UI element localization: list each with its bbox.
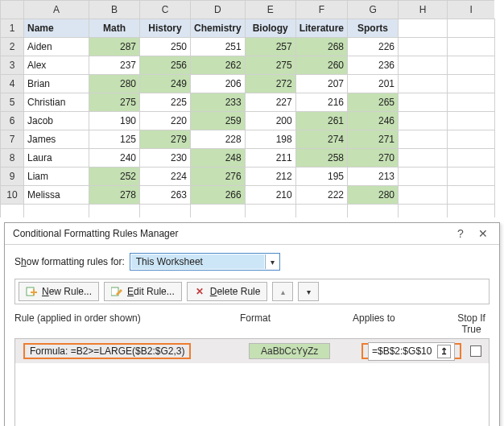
range-picker-button[interactable] <box>437 345 451 358</box>
select-all-corner[interactable] <box>1 1 24 19</box>
col-header[interactable]: B <box>89 1 140 19</box>
help-button[interactable]: ? <box>449 226 472 241</box>
cell[interactable]: 226 <box>348 38 399 56</box>
cell[interactable]: 230 <box>140 149 191 168</box>
cell[interactable]: 259 <box>191 112 246 130</box>
cell[interactable]: History <box>140 19 191 38</box>
cell[interactable]: 233 <box>191 93 246 112</box>
cell[interactable]: 248 <box>191 149 246 168</box>
cell[interactable] <box>448 75 495 93</box>
cell[interactable]: Jacob <box>24 112 89 130</box>
row-header[interactable]: 7 <box>1 130 24 149</box>
cell[interactable]: 279 <box>140 130 191 149</box>
applies-to-input[interactable]: =$B$2:$G$10 <box>368 342 455 361</box>
cell[interactable]: 265 <box>348 93 399 112</box>
close-icon[interactable]: ✕ <box>472 226 494 241</box>
cell[interactable]: 268 <box>295 38 347 56</box>
cell[interactable]: 260 <box>295 56 347 75</box>
cell[interactable]: 280 <box>348 186 399 205</box>
cell[interactable]: 262 <box>191 56 246 75</box>
cell[interactable]: 287 <box>89 38 140 56</box>
cell[interactable]: 228 <box>191 130 246 149</box>
stop-if-true-checkbox[interactable] <box>470 345 481 357</box>
cell[interactable] <box>448 112 495 130</box>
cell[interactable]: 276 <box>191 168 246 186</box>
cell[interactable]: 275 <box>245 56 295 75</box>
move-up-button[interactable] <box>272 282 293 301</box>
cell[interactable]: 195 <box>295 168 347 186</box>
cell[interactable]: 266 <box>191 186 246 205</box>
cell[interactable]: 237 <box>89 56 140 75</box>
cell[interactable]: 246 <box>348 112 399 130</box>
cell[interactable] <box>399 38 448 56</box>
cell[interactable]: Melissa <box>24 186 89 205</box>
col-header[interactable]: H <box>399 1 448 19</box>
cell[interactable]: 212 <box>245 168 295 186</box>
new-rule-button[interactable]: New Rule... <box>19 282 99 301</box>
cell[interactable]: Literature <box>295 19 347 38</box>
col-header[interactable]: E <box>245 1 295 19</box>
row-header[interactable]: 6 <box>1 112 24 130</box>
cell[interactable]: 216 <box>295 93 347 112</box>
row-header[interactable]: 9 <box>1 168 24 186</box>
spreadsheet[interactable]: A B C D E F G H I 1 Name Math History Ch… <box>0 0 495 217</box>
cell[interactable]: 225 <box>140 93 191 112</box>
cell[interactable] <box>399 130 448 149</box>
cell[interactable]: Name <box>24 19 89 38</box>
row-header[interactable]: 3 <box>1 56 24 75</box>
cell[interactable]: 201 <box>348 75 399 93</box>
cell[interactable] <box>399 168 448 186</box>
chevron-down-icon[interactable] <box>265 254 279 269</box>
cell[interactable] <box>399 19 448 38</box>
cell[interactable]: 240 <box>89 149 140 168</box>
row-header[interactable]: 1 <box>1 19 24 38</box>
cell[interactable] <box>399 75 448 93</box>
cell[interactable]: 258 <box>295 149 347 168</box>
cell[interactable]: Laura <box>24 149 89 168</box>
cell[interactable]: 210 <box>245 186 295 205</box>
cell[interactable]: 224 <box>140 168 191 186</box>
cell[interactable]: 198 <box>245 130 295 149</box>
cell[interactable]: 274 <box>295 130 347 149</box>
cell[interactable]: James <box>24 130 89 149</box>
cell[interactable]: 227 <box>245 93 295 112</box>
col-header[interactable]: A <box>24 1 89 19</box>
cell[interactable] <box>448 168 495 186</box>
cell[interactable]: 263 <box>140 186 191 205</box>
cell[interactable]: 271 <box>348 130 399 149</box>
cell[interactable]: Christian <box>24 93 89 112</box>
cell[interactable]: 270 <box>348 149 399 168</box>
cell[interactable]: Chemistry <box>191 19 246 38</box>
cell[interactable] <box>448 19 495 38</box>
cell[interactable]: 250 <box>140 38 191 56</box>
row-header[interactable]: 8 <box>1 149 24 168</box>
cell[interactable]: 280 <box>89 75 140 93</box>
cell[interactable]: Brian <box>24 75 89 93</box>
cell[interactable]: 222 <box>295 186 347 205</box>
row-header[interactable]: 5 <box>1 93 24 112</box>
cell[interactable]: 256 <box>140 56 191 75</box>
cell[interactable] <box>448 93 495 112</box>
cell[interactable] <box>448 38 495 56</box>
cell[interactable] <box>399 186 448 205</box>
cell[interactable]: 220 <box>140 112 191 130</box>
cell[interactable] <box>448 56 495 75</box>
cell[interactable]: 190 <box>89 112 140 130</box>
cell[interactable]: Math <box>89 19 140 38</box>
cell[interactable]: Liam <box>24 168 89 186</box>
cell[interactable]: 206 <box>191 75 246 93</box>
cell[interactable]: 252 <box>89 168 140 186</box>
cell[interactable] <box>448 130 495 149</box>
col-header[interactable]: F <box>295 1 347 19</box>
edit-rule-button[interactable]: Edit Rule... <box>104 282 182 301</box>
row-header[interactable]: 10 <box>1 186 24 205</box>
cell[interactable]: 125 <box>89 130 140 149</box>
cell[interactable]: 236 <box>348 56 399 75</box>
col-header[interactable]: D <box>191 1 246 19</box>
cell[interactable]: 251 <box>191 38 246 56</box>
cell[interactable]: 200 <box>245 112 295 130</box>
cell[interactable]: 249 <box>140 75 191 93</box>
cell[interactable]: 213 <box>348 168 399 186</box>
cell[interactable]: 261 <box>295 112 347 130</box>
col-header[interactable]: I <box>448 1 495 19</box>
